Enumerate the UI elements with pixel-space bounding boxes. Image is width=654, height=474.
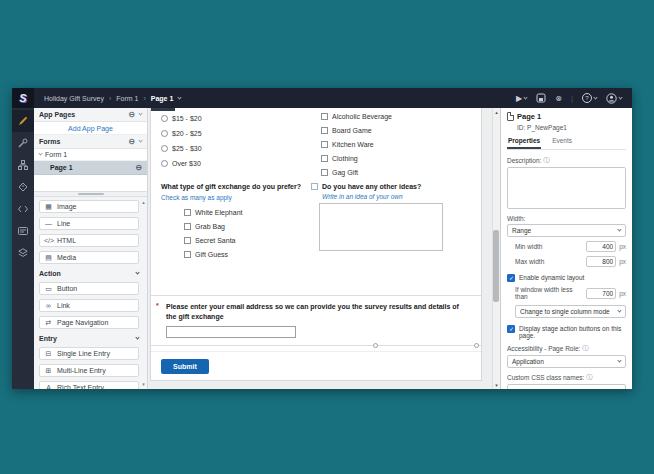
checkbox-icon[interactable]: [184, 209, 191, 216]
window-width-input[interactable]: [586, 288, 616, 299]
radio-option[interactable]: Over $30: [161, 158, 313, 168]
component-image[interactable]: ▦Image: [39, 200, 139, 213]
checkbox-option[interactable]: Gift Guess: [184, 249, 313, 259]
chevron-down-icon[interactable]: [138, 111, 142, 115]
breadcrumb-page[interactable]: Page 1: [151, 95, 174, 102]
checkbox-icon[interactable]: [184, 223, 191, 230]
radio-icon[interactable]: [161, 130, 168, 137]
max-width-input[interactable]: [586, 256, 616, 267]
data-tab[interactable]: [12, 220, 34, 242]
max-width-row: Max width px: [515, 256, 626, 267]
code-tab[interactable]: [12, 198, 34, 220]
checkbox-option[interactable]: Gag Gift: [321, 167, 447, 177]
tab-properties[interactable]: Properties: [507, 135, 541, 149]
radio-option[interactable]: $15 - $20: [161, 113, 313, 123]
min-width-row: Min width px: [515, 241, 626, 252]
expand-chevron-icon[interactable]: [38, 151, 42, 155]
component-single-line-entry[interactable]: ⊟Single Line Entry: [39, 347, 139, 360]
stage-buttons-row[interactable]: Display stage action buttons on this pag…: [507, 325, 626, 339]
resize-handle-icon[interactable]: [373, 343, 378, 348]
tags-tab[interactable]: [12, 176, 34, 198]
scroll-up-icon[interactable]: ▴: [495, 109, 498, 115]
ideas-question-row[interactable]: Do you have any other ideas?: [311, 182, 447, 191]
workflow-tab[interactable]: [12, 154, 34, 176]
checkbox-option[interactable]: Alcoholic Beverage: [321, 111, 447, 121]
ideas-textarea[interactable]: [319, 203, 443, 251]
checkbox-icon[interactable]: [184, 237, 191, 244]
account-button[interactable]: [606, 93, 622, 104]
component-line[interactable]: —Line: [39, 217, 139, 230]
page-dropdown-chevron-icon[interactable]: [178, 95, 182, 99]
breadcrumb-app[interactable]: Holiday Gift Survey: [44, 95, 104, 102]
checkbox-icon[interactable]: [184, 251, 191, 258]
checkbox-icon[interactable]: [321, 169, 328, 176]
checkbox-option[interactable]: Grab Bag: [184, 221, 313, 231]
email-input[interactable]: [166, 326, 296, 338]
radio-option[interactable]: $25 - $30: [161, 143, 313, 153]
checkbox-icon[interactable]: [321, 141, 328, 148]
section-entry[interactable]: Entry: [39, 333, 139, 344]
css-classes-input[interactable]: [507, 384, 626, 389]
checkbox-option[interactable]: Kitchen Ware: [321, 139, 447, 149]
help-button[interactable]: ?: [582, 93, 597, 103]
checkbox-icon[interactable]: [321, 155, 328, 162]
checkbox-checked-icon[interactable]: [507, 325, 515, 333]
component-rich-text-entry[interactable]: ARich Text Entry: [39, 381, 139, 389]
close-session-button[interactable]: ⊗: [555, 94, 562, 103]
accessibility-select[interactable]: Application: [507, 355, 626, 368]
scrollbar-thumb[interactable]: [493, 230, 499, 302]
submit-button[interactable]: Submit: [161, 359, 209, 374]
form-page-surface[interactable]: $15 - $20 $20 - $25 $25 - $30 Over $30 W…: [150, 108, 482, 381]
component-label: Media: [57, 254, 76, 261]
save-button[interactable]: [536, 93, 546, 103]
palette-scrollbar[interactable]: ▴ ▾: [141, 199, 146, 387]
app-pages-header[interactable]: App Pages ⊖: [34, 108, 147, 122]
section-action[interactable]: Action: [39, 268, 139, 279]
checkbox-option[interactable]: Secret Santa: [184, 235, 313, 245]
scroll-down-icon[interactable]: ▾: [142, 381, 145, 387]
scroll-down-icon[interactable]: ▾: [495, 382, 498, 388]
dynamic-layout-row[interactable]: Enable dynamic layout: [507, 274, 626, 282]
component-button[interactable]: ▭Button: [39, 282, 139, 295]
checkbox-option[interactable]: Board Game: [321, 125, 447, 135]
chevron-down-icon[interactable]: [138, 138, 142, 142]
settings-tab[interactable]: [12, 132, 34, 154]
column-mode-select[interactable]: Change to single column mode: [515, 305, 626, 318]
checkbox-icon[interactable]: [321, 127, 328, 134]
scroll-up-icon[interactable]: ▴: [142, 199, 145, 205]
radio-icon[interactable]: [161, 160, 168, 167]
tree-item-page-1[interactable]: Page 1 ⊖: [34, 161, 147, 175]
add-app-page-link[interactable]: Add App Page: [34, 122, 147, 135]
checkbox-option[interactable]: Clothing: [321, 153, 447, 163]
checkbox-icon[interactable]: [321, 113, 328, 120]
component-multi-line-entry[interactable]: ⊞Multi-Line Entry: [39, 364, 139, 377]
component-html[interactable]: </>HTML: [39, 234, 139, 247]
app-logo[interactable]: S: [12, 88, 34, 108]
breadcrumb-form[interactable]: Form 1: [116, 95, 138, 102]
tree-item-form-1[interactable]: Form 1: [34, 149, 147, 161]
layers-tab[interactable]: [12, 242, 34, 264]
radio-icon[interactable]: [161, 115, 168, 122]
component-page-navigation[interactable]: ⇄Page Navigation: [39, 316, 139, 329]
collapse-icon[interactable]: ⊖: [135, 163, 142, 172]
tab-events[interactable]: Events: [551, 135, 573, 149]
preview-run-button[interactable]: ▶: [516, 94, 527, 103]
radio-option[interactable]: $20 - $25: [161, 128, 313, 138]
min-width-input[interactable]: [586, 241, 616, 252]
line-icon: —: [44, 220, 53, 227]
breadcrumb-separator: ›: [143, 95, 145, 102]
checkbox-checked-icon[interactable]: [507, 274, 515, 282]
design-tab[interactable]: [12, 110, 34, 132]
dynamic-layout-label: Enable dynamic layout: [519, 274, 584, 281]
radio-icon[interactable]: [161, 145, 168, 152]
width-select[interactable]: Range: [507, 224, 626, 237]
collapse-icon[interactable]: ⊖: [128, 137, 135, 146]
forms-header[interactable]: Forms ⊖: [34, 135, 147, 149]
component-media[interactable]: ▤Media: [39, 251, 139, 264]
checkbox-option[interactable]: White Elephant: [184, 207, 313, 217]
checkbox-icon[interactable]: [311, 183, 318, 190]
collapse-icon[interactable]: ⊖: [128, 110, 135, 119]
description-textarea[interactable]: [507, 167, 626, 209]
resize-handle-icon[interactable]: [474, 343, 479, 348]
component-link[interactable]: ∞Link: [39, 299, 139, 312]
